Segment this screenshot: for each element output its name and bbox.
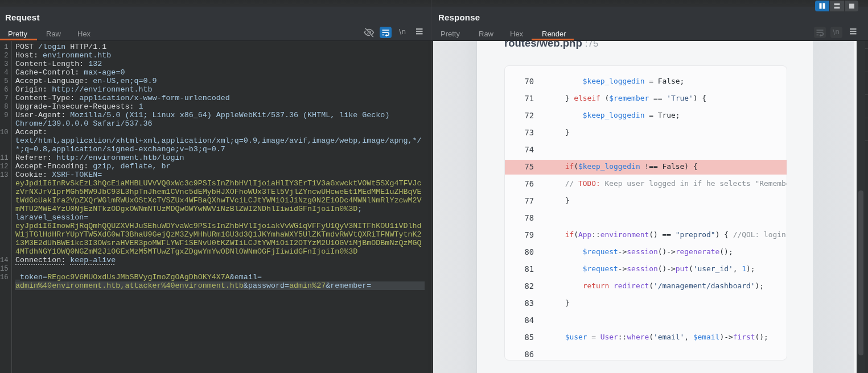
code-line: 79 if(App::environment() == "preprod") {…: [505, 227, 787, 244]
request-tab-hex[interactable]: Hex: [77, 30, 90, 38]
line-text: POST /login HTTP/1.1: [15, 43, 106, 51]
newline-glyphs-label: \n: [833, 27, 840, 36]
request-tab-raw[interactable]: Raw: [46, 30, 61, 38]
code-line: 71 } elseif ($remember == 'True') {: [505, 90, 787, 107]
request-line[interactable]: mMTU2MWE4YzU0NjEzNTkzODgxOWNmNTUzMDQwOWY…: [0, 205, 428, 213]
hide-items-icon[interactable]: [364, 27, 375, 38]
request-tab-pretty[interactable]: Pretty: [8, 30, 27, 38]
code-line-number: 86: [505, 350, 534, 359]
response-scrollbar-thumb[interactable]: [858, 190, 863, 355]
line-text: Upgrade-Insecure-Requests: 1: [15, 102, 143, 111]
single-pane-layout-icon[interactable]: [845, 1, 858, 11]
response-tab-pretty[interactable]: Pretty: [441, 30, 460, 38]
code-line-text: $request->session()->regenerate();: [530, 247, 733, 256]
line-number: 12: [0, 163, 9, 171]
line-number: 14: [0, 256, 9, 264]
code-line-number: 84: [505, 316, 534, 325]
line-text: Accept-Language: en-US,en;q=0.9: [15, 77, 157, 85]
request-editor[interactable]: 1POST /login HTTP/1.12Host: environment.…: [0, 41, 428, 373]
request-line[interactable]: W1jTGlHdHRrYUpYTW5XdG0wT3BhaU9GejQzM3ZyM…: [0, 230, 428, 239]
rows-layout-icon[interactable]: [830, 1, 844, 11]
code-line-text: if(App::environment() == "preprod") { //…: [530, 230, 786, 239]
line-text: W1jTGlHdHRrYUpYTW5XdG0wT3BhaU9GejQzM3ZyM…: [15, 230, 422, 239]
line-text: 4MTdhNGY1OWQ0NGZmM2JiOGExMzM5MTUwZTgxZDg…: [15, 247, 357, 256]
line-number: 1: [0, 43, 9, 51]
request-line[interactable]: 2Host: environment.htb: [0, 51, 428, 60]
request-menu-icon[interactable]: [416, 28, 423, 35]
request-line[interactable]: Chrome/139.0.0.0 Safari/537.36: [0, 119, 428, 128]
code-line: 74: [505, 142, 787, 159]
code-line: 85 $user = User::where('email', $email)-…: [505, 329, 787, 346]
request-line[interactable]: tWdGcUakIra2VpZXQrWGlmRWUxOStXcTVSZUx4WF…: [0, 196, 428, 205]
panel-splitter[interactable]: [431, 0, 431, 373]
response-tab-hex[interactable]: Hex: [510, 30, 523, 38]
request-line[interactable]: 10Accept:: [0, 128, 428, 136]
request-line[interactable]: 9User-Agent: Mozilla/5.0 (X11; Linux x86…: [0, 111, 428, 119]
request-line[interactable]: eyJpdiI6ImowRjRqQmhQQUZXVHJuSEhuWDYvaWc9…: [0, 222, 428, 230]
code-line: 72 $keep_loggedin = True;: [505, 107, 787, 125]
request-line[interactable]: zVrNXJrV1prMGh5MW9JbC93L3hpTnJhem1CVnc5d…: [0, 188, 428, 196]
code-line-text: }: [530, 299, 570, 307]
request-line[interactable]: 13Cookie: XSRF-TOKEN=: [0, 171, 428, 179]
line-text: *;q=0.8,application/signed-exchange;v=b3…: [15, 145, 225, 154]
request-line[interactable]: admin%40environment.htb,attacker%40envir…: [0, 281, 428, 290]
line-text: 13M3E2dUhBWE1kc3I3OWsraHVER3poMWFLYWF1SE…: [15, 239, 422, 247]
line-text: laravel_session=: [15, 213, 88, 222]
code-line-number: 74: [505, 145, 534, 154]
code-line: 77 }: [505, 193, 787, 210]
request-line[interactable]: 8Upgrade-Insecure-Requests: 1: [0, 102, 428, 111]
request-line[interactable]: 5Accept-Language: en-US,en;q=0.9: [0, 77, 428, 85]
request-line[interactable]: 13M3E2dUhBWE1kc3I3OWsraHVER3poMWFLYWF1SE…: [0, 239, 428, 247]
word-wrap-icon[interactable]: [380, 27, 392, 38]
inspector-section-divider: [865, 72, 868, 72]
code-line: 73 }: [505, 125, 787, 142]
response-tab-render[interactable]: Render: [542, 30, 566, 38]
code-line: 70 $keep_loggedin = False;: [505, 73, 787, 90]
response-render-view[interactable]: routes/web.php :75 70 $keep_loggedin = F…: [433, 41, 857, 373]
code-line: 83 }: [505, 295, 787, 312]
request-line[interactable]: 14Connection: keep-alive: [0, 256, 428, 264]
code-line-text: // TODO: Keep user logged in if he selec…: [530, 179, 787, 188]
request-line[interactable]: 7Content-Type: application/x-www-form-ur…: [0, 94, 428, 102]
line-text: tWdGcUakIra2VpZXQrWGlmRWUxOStXcTVSZUx4WF…: [15, 196, 422, 205]
line-text: Origin: http://environment.htb: [15, 85, 153, 94]
line-number: 6: [0, 86, 9, 94]
newline-glyphs-icon[interactable]: \n: [399, 27, 406, 36]
newline-glyphs-icon-disabled[interactable]: \n: [830, 27, 842, 38]
request-line[interactable]: laravel_session=: [0, 213, 428, 222]
request-line[interactable]: 1POST /login HTTP/1.1: [0, 43, 428, 51]
request-line[interactable]: *;q=0.8,application/signed-exchange;v=b3…: [0, 145, 428, 154]
request-line[interactable]: 11Referer: http://environment.htb/login: [0, 154, 428, 162]
word-wrap-icon-disabled[interactable]: [814, 27, 826, 38]
line-text: Accept:: [15, 128, 52, 136]
line-text: eyJpdiI6ImowRjRqQmhQQUZXVHJuSEhuWDYvaWc9…: [15, 222, 422, 230]
request-line[interactable]: text/html,application/xhtml+xml,applicat…: [0, 136, 428, 145]
request-line[interactable]: 15: [0, 264, 428, 273]
line-number: 15: [0, 265, 9, 273]
response-tab-raw[interactable]: Raw: [479, 30, 493, 38]
line-number: 4: [0, 69, 9, 77]
request-line[interactable]: 4MTdhNGY1OWQ0NGZmM2JiOGExMzM5MTUwZTgxZDg…: [0, 247, 428, 256]
line-number: 11: [0, 154, 9, 162]
line-text: admin%40environment.htb,attacker%40envir…: [15, 281, 371, 290]
request-line[interactable]: eyJpdiI6InRvSkEzL3hQcE1aMHBLUVVVQ0xWc3c9…: [0, 179, 428, 188]
line-number: 9: [0, 111, 9, 119]
columns-layout-icon[interactable]: [815, 1, 829, 11]
inspector-section-divider: [865, 94, 868, 95]
inspector-collapsed-edge[interactable]: [865, 41, 868, 373]
code-line-text: $request->session()->put('user_id', 1);: [530, 264, 755, 273]
code-line: 80 $request->session()->regenerate();: [505, 244, 787, 261]
request-line[interactable]: 16_token=REgoc9V6MUOxdUsJMbSBVygImoZgOAg…: [0, 273, 428, 281]
line-number: 5: [0, 77, 9, 85]
code-line-text: }: [530, 128, 570, 136]
request-line[interactable]: 3Content-Length: 132: [0, 60, 428, 68]
line-text: text/html,application/xhtml+xml,applicat…: [15, 136, 422, 145]
response-menu-icon[interactable]: [850, 28, 857, 35]
line-text: eyJpdiI6InRvSkEzL3hQcE1aMHBLUVVVQ0xWc3c9…: [15, 179, 422, 188]
top-strip: [0, 0, 868, 7]
request-line[interactable]: 6Origin: http://environment.htb: [0, 85, 428, 94]
code-line: 75 if($keep_loggedin !== False) {: [505, 159, 787, 176]
request-line[interactable]: 4Cache-Control: max-age=0: [0, 68, 428, 77]
request-line[interactable]: 12Accept-Encoding: gzip, deflate, br: [0, 162, 428, 171]
line-number: 16: [0, 273, 9, 281]
